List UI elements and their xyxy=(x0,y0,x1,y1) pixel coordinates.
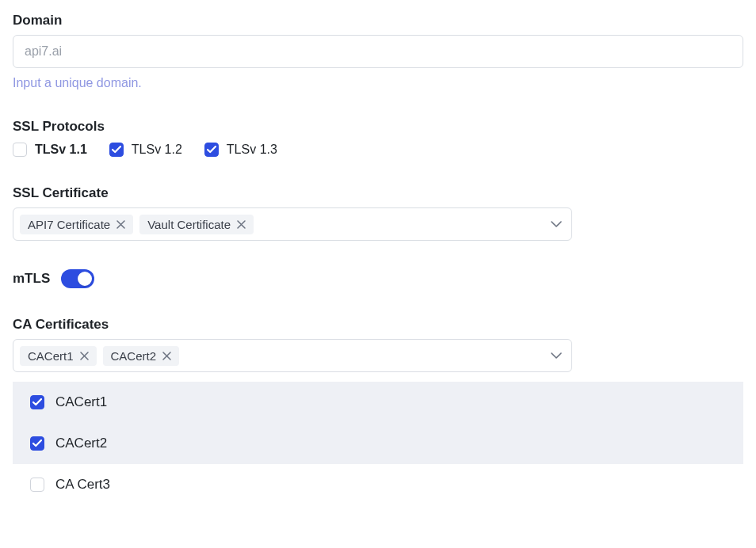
ssl-certificate-label: SSL Certificate xyxy=(13,185,743,201)
option-label: CACert1 xyxy=(55,394,107,410)
ssl-cert-tag: Vault Certificate xyxy=(139,215,254,234)
ca-cert-option-2[interactable]: CACert2 xyxy=(13,423,743,464)
tag-label: API7 Certificate xyxy=(28,218,110,231)
tag-label: CACert1 xyxy=(28,349,74,363)
ssl-protocol-tls11[interactable]: TLSv 1.1 xyxy=(13,143,87,157)
domain-helper: Input a unique domain. xyxy=(13,76,743,90)
option-label: CACert2 xyxy=(55,436,107,451)
ca-certificates-label: CA Certificates xyxy=(13,317,743,333)
ssl-protocol-tls13[interactable]: TLSv 1.3 xyxy=(204,143,277,157)
mtls-label: mTLS xyxy=(13,271,50,287)
checkbox-icon xyxy=(13,143,27,157)
checkbox-icon xyxy=(109,143,124,157)
ssl-protocol-tls12[interactable]: TLSv 1.2 xyxy=(109,143,182,157)
tag-label: CACert2 xyxy=(111,349,157,363)
ssl-protocols-row: TLSv 1.1 TLSv 1.2 TLSv 1.3 xyxy=(13,143,743,157)
checkbox-label: TLSv 1.2 xyxy=(132,143,182,157)
checkbox-icon xyxy=(204,143,219,157)
ca-cert-option-1[interactable]: CACert1 xyxy=(13,382,743,423)
ssl-protocols-label: SSL Protocols xyxy=(13,119,743,135)
close-icon[interactable] xyxy=(116,220,125,229)
domain-input[interactable] xyxy=(13,35,743,68)
tag-label: Vault Certificate xyxy=(147,218,231,231)
ca-cert-tag: CACert2 xyxy=(103,346,180,366)
chevron-down-icon xyxy=(551,217,562,231)
checkbox-icon xyxy=(30,395,44,409)
ca-certificates-dropdown: CACert1 CACert2 CA Cert3 xyxy=(13,382,743,505)
close-icon[interactable] xyxy=(162,352,171,360)
chevron-down-icon xyxy=(551,348,562,363)
ssl-cert-tag: API7 Certificate xyxy=(20,215,133,234)
mtls-toggle[interactable] xyxy=(61,269,94,288)
ca-cert-option-3[interactable]: CA Cert3 xyxy=(13,464,743,505)
option-label: CA Cert3 xyxy=(55,477,110,493)
checkbox-icon xyxy=(30,436,44,451)
ca-cert-tag: CACert1 xyxy=(20,346,97,366)
toggle-knob xyxy=(78,272,92,286)
checkbox-label: TLSv 1.1 xyxy=(35,143,87,157)
close-icon[interactable] xyxy=(80,352,89,360)
domain-label: Domain xyxy=(13,13,743,29)
checkbox-label: TLSv 1.3 xyxy=(227,143,277,157)
ca-certificates-select[interactable]: CACert1 CACert2 xyxy=(13,339,572,372)
checkbox-icon xyxy=(30,478,44,492)
ssl-certificate-select[interactable]: API7 Certificate Vault Certificate xyxy=(13,207,572,241)
close-icon[interactable] xyxy=(237,220,246,229)
